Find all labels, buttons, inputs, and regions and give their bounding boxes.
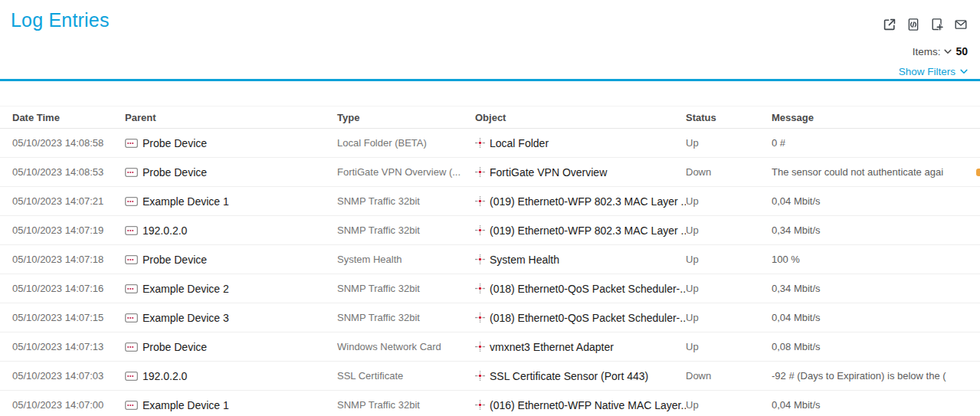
device-icon: [125, 255, 138, 264]
sensor-object-link[interactable]: (018) Ethernet0-QoS Packet Scheduler-...: [475, 312, 686, 324]
parent-device-link[interactable]: Example Device 3: [125, 312, 229, 324]
column-header-object: Object: [475, 112, 686, 123]
parent-device-link[interactable]: Example Device 1: [125, 399, 229, 411]
cell-datetime: 05/10/2023 14:07:18: [12, 254, 125, 265]
sensor-object-link[interactable]: System Health: [475, 254, 559, 266]
device-icon: [125, 342, 138, 352]
cell-type: Local Folder (BETA): [337, 137, 475, 149]
cell-message: -92 # (Days to Expiration) is below the …: [772, 370, 980, 382]
parent-device-link[interactable]: Example Device 1: [125, 195, 229, 208]
object-name: vmxnet3 Ethernet Adapter: [490, 341, 614, 353]
table-row: 05/10/2023 14:07:03 192.0.2.0 SSL Certif…: [0, 362, 980, 391]
table-row: 05/10/2023 14:08:58 Probe Device Local F…: [0, 129, 980, 158]
device-icon: [125, 401, 138, 410]
object-name: FortiGate VPN Overview: [490, 166, 607, 179]
cell-message: 0 #: [772, 137, 980, 149]
table-body: 05/10/2023 14:08:58 Probe Device Local F…: [0, 129, 980, 416]
chevron-down-icon: [944, 49, 952, 54]
cell-status: Up: [686, 399, 772, 411]
parent-name: Probe Device: [143, 166, 207, 179]
column-header-message: Message: [772, 112, 980, 123]
table-row: 05/10/2023 14:08:53 Probe Device FortiGa…: [0, 158, 980, 187]
cell-type: SNMP Traffic 32bit: [337, 195, 475, 207]
cell-message: 0,04 Mbit/s: [772, 399, 980, 411]
parent-name: Example Device 3: [143, 312, 229, 324]
sensor-object-link[interactable]: FortiGate VPN Overview: [475, 166, 607, 179]
cell-parent: Example Device 2: [125, 283, 337, 295]
sensor-icon: [475, 254, 485, 264]
parent-device-link[interactable]: Probe Device: [125, 341, 207, 353]
sensor-object-link[interactable]: Local Folder: [475, 137, 549, 149]
sensor-object-link[interactable]: (018) Ethernet0-QoS Packet Scheduler-...: [475, 283, 686, 295]
parent-device-link[interactable]: Probe Device: [125, 137, 207, 149]
parent-device-link[interactable]: 192.0.2.0: [125, 370, 187, 382]
object-name: (019) Ethernet0-WFP 802.3 MAC Layer ...: [490, 195, 686, 208]
sensor-object-link[interactable]: (019) Ethernet0-WFP 802.3 MAC Layer ...: [475, 224, 686, 237]
table-row: 05/10/2023 14:07:21 Example Device 1 SNM…: [0, 187, 980, 216]
sensor-object-link[interactable]: (016) Ethernet0-WFP Native MAC Layer...: [475, 399, 686, 411]
table-row: 05/10/2023 14:07:18 Probe Device System …: [0, 245, 980, 274]
cell-type: SNMP Traffic 32bit: [337, 224, 475, 236]
cell-status: Up: [686, 224, 772, 236]
cell-type: SNMP Traffic 32bit: [337, 312, 475, 323]
cell-parent: Probe Device: [125, 254, 337, 266]
sensor-object-link[interactable]: SSL Certificate Sensor (Port 443): [475, 370, 648, 382]
sensor-icon: [475, 138, 485, 148]
column-header-parent: Parent: [125, 112, 337, 123]
log-entries-page: Log Entries: [0, 0, 980, 416]
parent-name: 192.0.2.0: [143, 224, 187, 237]
object-name: (016) Ethernet0-WFP Native MAC Layer...: [490, 399, 686, 411]
cell-parent: 192.0.2.0: [125, 370, 337, 382]
page-title: Log Entries: [11, 9, 110, 31]
cell-object: vmxnet3 Ethernet Adapter: [475, 341, 686, 353]
parent-name: Example Device 2: [143, 283, 229, 295]
device-icon: [125, 226, 138, 235]
device-icon: [125, 372, 138, 381]
cell-datetime: 05/10/2023 14:08:58: [12, 137, 125, 149]
cell-datetime: 05/10/2023 14:07:03: [12, 370, 125, 382]
sensor-object-link[interactable]: vmxnet3 Ethernet Adapter: [475, 341, 614, 353]
parent-name: Example Device 1: [143, 399, 229, 411]
cell-status: Down: [686, 166, 772, 178]
cell-datetime: 05/10/2023 14:07:13: [12, 341, 125, 352]
sensor-icon: [475, 225, 485, 235]
object-name: Local Folder: [490, 137, 549, 149]
column-header-type: Type: [337, 112, 475, 123]
cell-status: Up: [686, 341, 772, 352]
sensor-object-link[interactable]: (019) Ethernet0-WFP 802.3 MAC Layer ...: [475, 195, 686, 208]
cell-parent: Example Device 1: [125, 399, 337, 411]
cell-parent: Probe Device: [125, 166, 337, 179]
cell-parent: Probe Device: [125, 137, 337, 149]
parent-device-link[interactable]: 192.0.2.0: [125, 224, 187, 237]
items-per-page-control[interactable]: Items: 50: [913, 45, 968, 57]
add-report-icon[interactable]: [930, 18, 944, 31]
object-name: (019) Ethernet0-WFP 802.3 MAC Layer ...: [490, 224, 686, 237]
cell-message: 0,04 Mbit/s: [772, 195, 980, 207]
sensor-icon: [475, 167, 485, 177]
sensor-icon: [475, 400, 485, 410]
parent-device-link[interactable]: Probe Device: [125, 254, 207, 266]
cell-object: (019) Ethernet0-WFP 802.3 MAC Layer ...: [475, 195, 686, 208]
cell-parent: 192.0.2.0: [125, 224, 337, 237]
cell-object: FortiGate VPN Overview: [475, 166, 686, 179]
parent-name: 192.0.2.0: [143, 370, 187, 382]
open-in-new-window-icon[interactable]: [883, 18, 896, 31]
show-filters-link[interactable]: Show Filters: [899, 66, 968, 77]
xml-export-icon[interactable]: [906, 18, 920, 31]
table-row: 05/10/2023 14:07:16 Example Device 2 SNM…: [0, 274, 980, 303]
parent-device-link[interactable]: Example Device 2: [125, 283, 229, 295]
cell-status: Up: [686, 312, 772, 323]
cell-status: Up: [686, 137, 772, 149]
parent-name: Probe Device: [143, 341, 207, 353]
cell-message: 0,34 Mbit/s: [772, 283, 980, 294]
cell-status: Up: [686, 283, 772, 294]
table-row: 05/10/2023 14:07:13 Probe Device Windows…: [0, 332, 980, 362]
email-icon[interactable]: [954, 18, 968, 31]
parent-device-link[interactable]: Probe Device: [125, 166, 207, 179]
cell-datetime: 05/10/2023 14:07:21: [12, 195, 125, 207]
cell-object: System Health: [475, 254, 686, 266]
cell-object: (018) Ethernet0-QoS Packet Scheduler-...: [475, 312, 686, 324]
table-row: 05/10/2023 14:07:19 192.0.2.0 SNMP Traff…: [0, 216, 980, 245]
cell-message: The sensor could not authenticate agai: [772, 166, 980, 178]
device-icon: [125, 168, 138, 177]
